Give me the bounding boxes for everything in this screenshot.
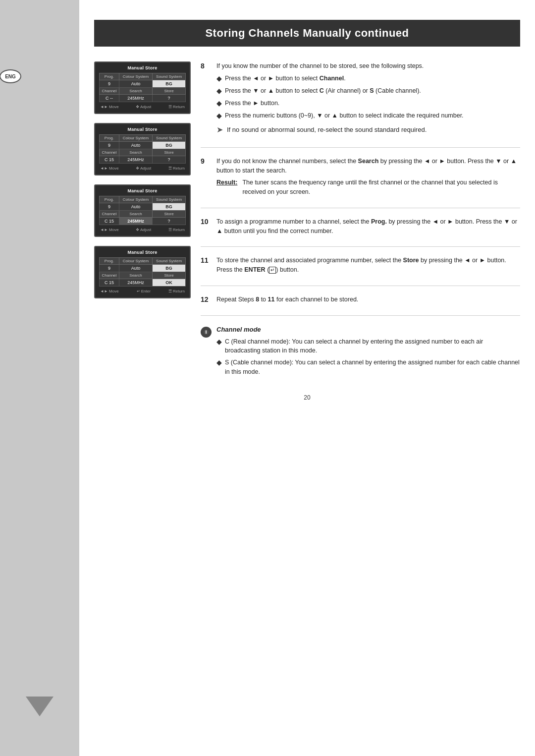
screen4-nav-move: ◄► Move xyxy=(100,289,119,293)
screen3-data-sound: BG xyxy=(153,203,186,211)
channel-mode-icon xyxy=(201,327,212,338)
step-8-note: ➤ If no sound or abnormal sound, re-sele… xyxy=(216,124,520,136)
screen4-header-sound: Sound System xyxy=(153,258,186,265)
screen4-header-prog: Prog. xyxy=(100,258,119,265)
screen2-store-val: ? xyxy=(153,156,186,164)
step-11-block: 11 To store the channel and associated p… xyxy=(201,256,520,286)
instructions-column: 8 If you know the number of the channel … xyxy=(201,61,520,379)
screen2-header-prog: Prog. xyxy=(100,135,119,142)
step-9-row: 9 If you do not know the channel numbers… xyxy=(201,157,520,200)
screen1-title: Manual Store xyxy=(99,65,186,70)
screen1-header-colour: Colour System xyxy=(119,73,152,80)
tv-screen-4: Manual Store Prog. Colour System Sound S… xyxy=(94,246,191,298)
screen4-nav-return: ☰ Return xyxy=(168,289,185,293)
screen2-data-sound: BG xyxy=(153,142,186,149)
screen4-nav-enter: ↵ Enter xyxy=(137,289,151,293)
screen3-ch-val: C 15 xyxy=(100,218,119,225)
channel-mode-bullet-2: ◆ S (Cable channel mode): You can select… xyxy=(216,358,520,377)
step-8-content: If you know the number of the channel to… xyxy=(216,61,520,139)
screen4-header-colour: Colour System xyxy=(119,258,152,265)
title-bar: Storing Channels Manually continued xyxy=(94,20,520,47)
screen3-data-colour: Auto xyxy=(119,203,152,211)
screen4-title: Manual Store xyxy=(99,250,186,255)
step-10-intro: To assign a programme number to a channe… xyxy=(216,217,520,236)
screen2-header-sound: Sound System xyxy=(153,135,186,142)
screen4-store-val: OK xyxy=(153,279,186,287)
step-9-content: If you do not know the channel numbers, … xyxy=(216,157,520,200)
screen1-nav-adjust: ❖ Adjust xyxy=(136,105,151,109)
screen1-ch-header: Channel xyxy=(100,88,119,95)
screen3-search-header: Search xyxy=(119,211,152,218)
screen2-title: Manual Store xyxy=(99,127,186,132)
screen4-store-header: Store xyxy=(153,272,186,279)
step-11-content: To store the channel and associated prog… xyxy=(216,256,520,278)
step-12-content: Repeat Steps 8 to 11 for each channel to… xyxy=(216,295,520,307)
screen2-data-prog: 9 xyxy=(100,142,119,149)
screen1-data-prog: 9 xyxy=(100,80,119,88)
bullet-8-4: ◆ Press the numeric buttons (0~9), ▼ or … xyxy=(216,111,520,121)
screen3-nav-adjust: ❖ Adjust xyxy=(136,228,151,232)
screen1-search-val: 245MHz xyxy=(119,95,152,102)
screen2-ch-header: Channel xyxy=(100,149,119,156)
step-11-intro: To store the channel and associated prog… xyxy=(216,256,520,275)
screen1-nav-return: ☰ Return xyxy=(168,105,185,109)
bullet-diamond-4: ◆ xyxy=(216,111,222,121)
screen1-store-header: Store xyxy=(153,88,186,95)
result-label: Result: xyxy=(216,178,237,197)
step-8-note-text: If no sound or abnormal sound, re-select… xyxy=(227,126,427,133)
screen2-header-colour: Colour System xyxy=(119,135,152,142)
screen1-nav-move: ◄► Move xyxy=(100,105,119,109)
screen2-data-colour: Auto xyxy=(119,142,152,149)
note-icon xyxy=(203,329,209,335)
bullet-8-1: ◆ Press the ◄ or ► button to select Chan… xyxy=(216,74,520,84)
channel-mode-title: Channel mode xyxy=(216,326,520,333)
screen2-nav: ◄► Move ❖ Adjust ☰ Return xyxy=(99,166,186,171)
screen3-title: Manual Store xyxy=(99,188,186,193)
step-8-intro: If you know the number of the channel to… xyxy=(216,61,520,71)
step-8-bullets: ◆ Press the ◄ or ► button to select Chan… xyxy=(216,74,520,121)
tv-screen-2: Manual Store Prog. Colour System Sound S… xyxy=(94,123,191,175)
bullet-8-2: ◆ Press the ▼ or ▲ button to select C (A… xyxy=(216,86,520,96)
channel-mode-text-2: S (Cable channel mode): You can select a… xyxy=(225,358,520,377)
step-9-block: 9 If you do not know the channel numbers… xyxy=(201,157,520,208)
step-9-number: 9 xyxy=(201,157,211,165)
screen2-store-header: Store xyxy=(153,149,186,156)
screens-column: Manual Store Prog. Colour System Sound S… xyxy=(94,61,191,379)
screen4-search-header: Search xyxy=(119,272,152,279)
screen1-nav: ◄► Move ❖ Adjust ☰ Return xyxy=(99,105,186,109)
screen2-ch-val: C 15 xyxy=(100,156,119,164)
step-12-block: 12 Repeat Steps 8 to 11 for each channel… xyxy=(201,295,520,316)
result-text: The tuner scans the frequency range unti… xyxy=(242,178,520,197)
screen2-search-header: Search xyxy=(119,149,152,156)
step-8-block: 8 If you know the number of the channel … xyxy=(201,61,520,148)
screen3-ch-header: Channel xyxy=(100,211,119,218)
arrow-icon: ➤ xyxy=(216,125,223,134)
step-12-intro: Repeat Steps 8 to 11 for each channel to… xyxy=(216,295,520,304)
step-9-intro: If you do not know the channel numbers, … xyxy=(216,157,520,175)
content-area: Manual Store Prog. Colour System Sound S… xyxy=(94,61,520,379)
step-10-row: 10 To assign a programme number to a cha… xyxy=(201,217,520,239)
enter-symbol: ↵ xyxy=(269,267,276,274)
screen1-header-sound: Sound System xyxy=(153,73,186,80)
screen2-nav-return: ☰ Return xyxy=(168,166,185,171)
screen3-header-prog: Prog. xyxy=(100,196,119,203)
svg-rect-2 xyxy=(206,330,207,331)
screen4-data-colour: Auto xyxy=(119,265,152,272)
step-10-block: 10 To assign a programme number to a cha… xyxy=(201,217,520,247)
svg-rect-1 xyxy=(206,331,207,334)
screen3-store-val: ? xyxy=(153,218,186,225)
screen3-header-sound: Sound System xyxy=(153,196,186,203)
screen3-search-val: 245MHz xyxy=(119,218,152,225)
channel-mode-text-1: C (Real channel mode): You can select a … xyxy=(225,337,520,356)
step-12-row: 12 Repeat Steps 8 to 11 for each channel… xyxy=(201,295,520,307)
bullet-diamond-3: ◆ xyxy=(216,98,222,109)
screen3-nav: ◄► Move ❖ Adjust ☰ Return xyxy=(99,228,186,232)
screen4-ch-val: C 15 xyxy=(100,279,119,287)
bullet-8-3: ◆ Press the ► button. xyxy=(216,99,520,109)
page-number: 20 xyxy=(94,394,520,401)
eng-badge: ENG xyxy=(0,69,21,83)
bullet-diamond-cm2: ◆ xyxy=(216,357,222,368)
step-11-row: 11 To store the channel and associated p… xyxy=(201,256,520,278)
screen1-search-header: Search xyxy=(119,88,152,95)
main-content: Storing Channels Manually continued Manu… xyxy=(79,0,535,756)
